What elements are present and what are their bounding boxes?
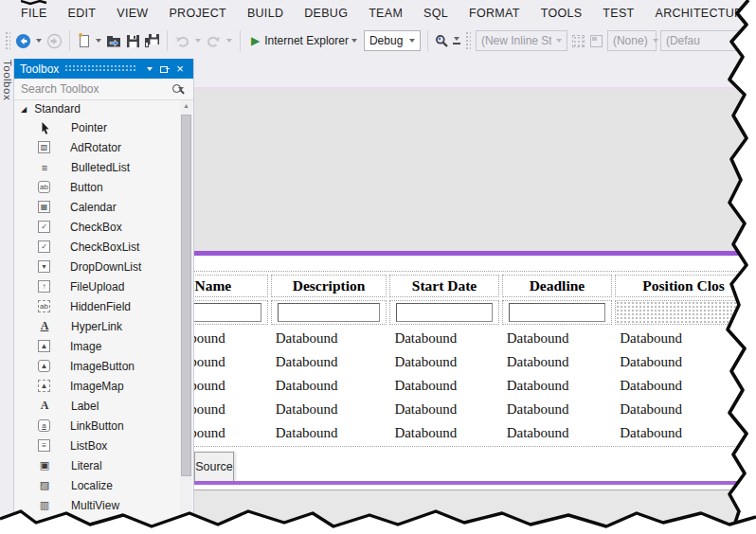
- new-item-icon: [77, 33, 91, 48]
- auto-hide-button[interactable]: [157, 62, 172, 77]
- back-dropdown-caret[interactable]: [36, 39, 42, 43]
- window-position-button[interactable]: [142, 62, 157, 77]
- target-rule-combo: (None): [607, 30, 657, 51]
- menu-debug[interactable]: DEBUG: [294, 0, 358, 27]
- solution-config-combo[interactable]: Debug: [364, 30, 421, 51]
- toolbox-item-adrotator[interactable]: ▧ AdRotator: [14, 137, 181, 157]
- toolbox-title: Toolbox: [20, 62, 59, 76]
- grid-data-row: Databound Databound Databound Databound …: [158, 375, 752, 396]
- find-underline: [453, 43, 460, 44]
- toolbox-item-imagemap[interactable]: ▲ ImageMap: [14, 376, 181, 396]
- menu-view[interactable]: VIEW: [106, 0, 158, 27]
- grid-header-startdate: Start Date: [389, 275, 498, 297]
- save-button[interactable]: [124, 29, 142, 52]
- toolbox-item-hyperlink[interactable]: A HyperLink: [14, 316, 181, 336]
- toolbar-separator: [240, 30, 241, 51]
- listbox-icon: ≡: [38, 439, 50, 452]
- redo-dropdown-caret: [226, 39, 232, 43]
- toolbox-panel: Toolbox × ◢ Standard Pointer ▧ AdRotator: [13, 59, 194, 534]
- target-combo-caret: [653, 39, 658, 43]
- toolbox-item-image[interactable]: ▲ Image: [14, 336, 181, 356]
- undo-icon: [174, 34, 190, 48]
- search-input[interactable]: [21, 82, 168, 96]
- redo-button: [204, 29, 224, 52]
- toolbox-title-grip: [64, 64, 136, 73]
- forward-icon: [46, 33, 63, 49]
- toolbox-vertical-tab[interactable]: Toolbox: [0, 60, 13, 100]
- navigate-forward-button: [45, 29, 64, 52]
- toolbox-item-linkbutton[interactable]: a LinkButton: [14, 416, 181, 436]
- add-existing-item-button[interactable]: [104, 29, 124, 52]
- menu-file[interactable]: FILE: [10, 0, 58, 27]
- toolbox-item-checkbox[interactable]: ✓ CheckBox: [14, 217, 181, 237]
- scrollbar-thumb[interactable]: [181, 115, 191, 476]
- localize-icon: ▨: [38, 479, 51, 492]
- grid-header-deadline: Deadline: [502, 275, 613, 297]
- navigate-back-button[interactable]: [13, 29, 33, 52]
- find-options-dropdown[interactable]: [453, 37, 460, 44]
- toolbox-item-button[interactable]: ab Button: [14, 177, 181, 197]
- hiddenfield-icon: ab: [38, 300, 50, 312]
- menu-tools[interactable]: TOOLS: [531, 0, 593, 27]
- scroll-up-icon[interactable]: ▲: [180, 102, 192, 109]
- toolbox-scrollbar[interactable]: ▲: [180, 100, 192, 532]
- toolbar-drag-grip[interactable]: [5, 31, 10, 50]
- target-rule-icon: [572, 35, 585, 47]
- imagebutton-icon: ▲: [38, 360, 50, 372]
- toolbox-group-standard[interactable]: ◢ Standard: [14, 100, 181, 117]
- calendar-icon: ▦: [38, 201, 50, 213]
- toolbar-drag-grip[interactable]: [465, 31, 471, 50]
- filter-input-deadline[interactable]: [509, 303, 606, 322]
- toolbox-item-dropdownlist[interactable]: ▾ DropDownList: [14, 257, 181, 276]
- filter-input-description[interactable]: [278, 303, 381, 322]
- toolbox-item-checkboxlist[interactable]: ✓ CheckBoxList: [14, 237, 181, 257]
- menu-format[interactable]: FORMAT: [459, 0, 531, 27]
- menu-sql[interactable]: SQL: [413, 0, 459, 27]
- grid-header-description: Description: [271, 275, 387, 297]
- filter-cell-positionclosing: [615, 300, 752, 325]
- view-tab-source[interactable]: Source: [194, 452, 234, 481]
- toolbox-item-pointer[interactable]: Pointer: [14, 117, 181, 137]
- browser-dropdown-caret[interactable]: [351, 39, 357, 43]
- dropdownlist-icon: ▾: [38, 260, 50, 273]
- menu-team[interactable]: TEAM: [358, 0, 413, 27]
- filter-input-startdate[interactable]: [396, 303, 492, 322]
- imagemap-icon: ▲: [38, 380, 50, 392]
- toolbar-separator: [167, 30, 168, 51]
- designer-canvas: [192, 89, 756, 251]
- grid-data-row: Databound Databound Databound Databound …: [158, 328, 752, 348]
- style-combo-caret: [556, 39, 562, 43]
- toolbox-item-bulletedlist[interactable]: ≡ BulletedList: [14, 157, 181, 177]
- toolbox-search-bar: [14, 79, 193, 100]
- new-item-dropdown-caret[interactable]: [96, 39, 101, 43]
- menu-architecture[interactable]: ARCHITECTURE: [645, 0, 756, 27]
- start-debug-button[interactable]: ▶ Internet Explorer: [249, 29, 362, 52]
- menu-edit[interactable]: EDIT: [58, 0, 107, 27]
- menu-project[interactable]: PROJECT: [158, 0, 236, 27]
- toolbox-item-fileupload[interactable]: ↑ FileUpload: [14, 276, 181, 296]
- inline-style-combo: (New Inline Style: [476, 30, 567, 51]
- toolbox-item-list: ◢ Standard Pointer ▧ AdRotator ≡ Bullete…: [14, 100, 181, 515]
- adrotator-icon: ▧: [38, 141, 50, 153]
- toolbox-item-imagebutton[interactable]: ▲ ImageButton: [14, 356, 181, 376]
- toolbox-item-label[interactable]: A Label: [14, 396, 181, 416]
- toolbox-item-multiview[interactable]: ▥ MultiView: [14, 495, 181, 515]
- group-expander-icon: ◢: [21, 105, 27, 114]
- save-all-button[interactable]: [142, 29, 162, 52]
- new-item-button[interactable]: [75, 29, 93, 52]
- close-button[interactable]: ×: [172, 62, 188, 77]
- toolbox-item-listbox[interactable]: ≡ ListBox: [14, 436, 181, 455]
- toolbox-title-bar[interactable]: Toolbox ×: [14, 59, 193, 79]
- find-in-files-button[interactable]: [433, 29, 451, 52]
- label-icon: A: [38, 400, 51, 413]
- menu-test[interactable]: TEST: [592, 0, 644, 27]
- grid-filter-row: [158, 300, 752, 325]
- grid-header-row: Name Description Start Date Deadline Pos…: [158, 275, 752, 297]
- toolbox-item-localize[interactable]: ▨ Localize: [14, 475, 181, 495]
- save-icon: [126, 34, 140, 48]
- linkbutton-icon: a: [38, 419, 50, 432]
- toolbox-item-hiddenfield[interactable]: ab HiddenField: [14, 296, 181, 316]
- menu-build[interactable]: BUILD: [237, 0, 294, 27]
- toolbox-item-calendar[interactable]: ▦ Calendar: [14, 197, 181, 217]
- toolbox-item-literal[interactable]: ▣ Literal: [14, 455, 181, 475]
